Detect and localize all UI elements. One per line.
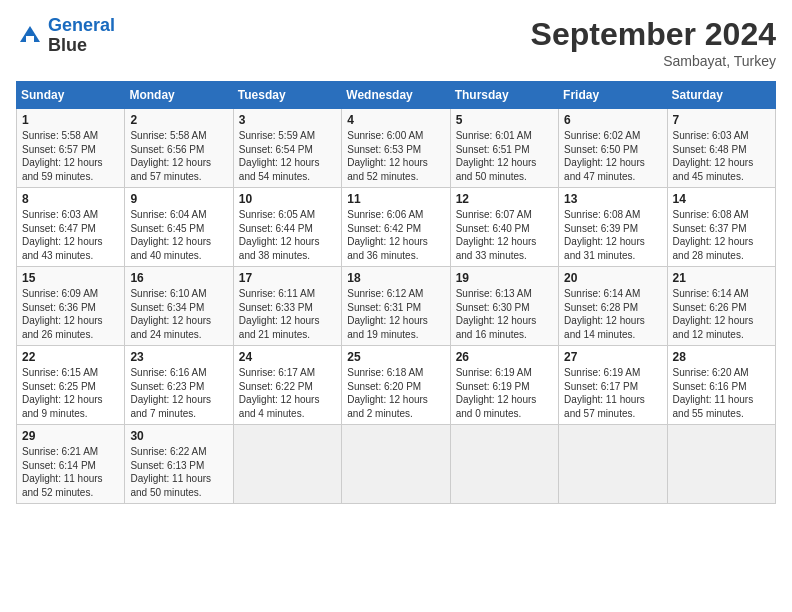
day-number: 5 <box>456 113 553 127</box>
day-cell: 15Sunrise: 6:09 AM Sunset: 6:36 PM Dayli… <box>17 267 125 346</box>
day-cell: 6Sunrise: 6:02 AM Sunset: 6:50 PM Daylig… <box>559 109 667 188</box>
location-subtitle: Sambayat, Turkey <box>531 53 776 69</box>
column-header-saturday: Saturday <box>667 82 775 109</box>
day-number: 6 <box>564 113 661 127</box>
day-info: Sunrise: 6:21 AM Sunset: 6:14 PM Dayligh… <box>22 445 119 499</box>
day-number: 27 <box>564 350 661 364</box>
column-header-monday: Monday <box>125 82 233 109</box>
day-number: 1 <box>22 113 119 127</box>
day-cell: 1Sunrise: 5:58 AM Sunset: 6:57 PM Daylig… <box>17 109 125 188</box>
day-cell: 10Sunrise: 6:05 AM Sunset: 6:44 PM Dayli… <box>233 188 341 267</box>
day-info: Sunrise: 6:22 AM Sunset: 6:13 PM Dayligh… <box>130 445 227 499</box>
day-cell: 21Sunrise: 6:14 AM Sunset: 6:26 PM Dayli… <box>667 267 775 346</box>
column-header-sunday: Sunday <box>17 82 125 109</box>
day-info: Sunrise: 6:15 AM Sunset: 6:25 PM Dayligh… <box>22 366 119 420</box>
day-number: 11 <box>347 192 444 206</box>
day-number: 19 <box>456 271 553 285</box>
day-info: Sunrise: 6:13 AM Sunset: 6:30 PM Dayligh… <box>456 287 553 341</box>
day-number: 29 <box>22 429 119 443</box>
day-info: Sunrise: 6:08 AM Sunset: 6:37 PM Dayligh… <box>673 208 770 262</box>
logo: General Blue <box>16 16 115 56</box>
svg-rect-2 <box>26 36 34 42</box>
column-header-tuesday: Tuesday <box>233 82 341 109</box>
day-cell: 5Sunrise: 6:01 AM Sunset: 6:51 PM Daylig… <box>450 109 558 188</box>
month-year-title: September 2024 <box>531 16 776 53</box>
day-number: 12 <box>456 192 553 206</box>
day-info: Sunrise: 6:11 AM Sunset: 6:33 PM Dayligh… <box>239 287 336 341</box>
day-number: 14 <box>673 192 770 206</box>
day-cell: 19Sunrise: 6:13 AM Sunset: 6:30 PM Dayli… <box>450 267 558 346</box>
day-cell: 18Sunrise: 6:12 AM Sunset: 6:31 PM Dayli… <box>342 267 450 346</box>
page-header: General Blue September 2024 Sambayat, Tu… <box>16 16 776 69</box>
day-number: 8 <box>22 192 119 206</box>
day-number: 10 <box>239 192 336 206</box>
day-cell: 14Sunrise: 6:08 AM Sunset: 6:37 PM Dayli… <box>667 188 775 267</box>
day-info: Sunrise: 6:04 AM Sunset: 6:45 PM Dayligh… <box>130 208 227 262</box>
day-info: Sunrise: 5:59 AM Sunset: 6:54 PM Dayligh… <box>239 129 336 183</box>
day-number: 9 <box>130 192 227 206</box>
day-cell <box>667 425 775 504</box>
day-number: 4 <box>347 113 444 127</box>
day-cell: 11Sunrise: 6:06 AM Sunset: 6:42 PM Dayli… <box>342 188 450 267</box>
calendar-table: SundayMondayTuesdayWednesdayThursdayFrid… <box>16 81 776 504</box>
logo-icon <box>16 22 44 50</box>
day-info: Sunrise: 6:18 AM Sunset: 6:20 PM Dayligh… <box>347 366 444 420</box>
day-number: 30 <box>130 429 227 443</box>
day-number: 23 <box>130 350 227 364</box>
day-info: Sunrise: 6:01 AM Sunset: 6:51 PM Dayligh… <box>456 129 553 183</box>
day-cell: 29Sunrise: 6:21 AM Sunset: 6:14 PM Dayli… <box>17 425 125 504</box>
day-cell <box>450 425 558 504</box>
day-number: 28 <box>673 350 770 364</box>
day-info: Sunrise: 6:16 AM Sunset: 6:23 PM Dayligh… <box>130 366 227 420</box>
day-info: Sunrise: 6:00 AM Sunset: 6:53 PM Dayligh… <box>347 129 444 183</box>
day-cell: 8Sunrise: 6:03 AM Sunset: 6:47 PM Daylig… <box>17 188 125 267</box>
day-info: Sunrise: 6:08 AM Sunset: 6:39 PM Dayligh… <box>564 208 661 262</box>
day-info: Sunrise: 5:58 AM Sunset: 6:57 PM Dayligh… <box>22 129 119 183</box>
day-info: Sunrise: 6:19 AM Sunset: 6:19 PM Dayligh… <box>456 366 553 420</box>
day-number: 7 <box>673 113 770 127</box>
day-info: Sunrise: 6:14 AM Sunset: 6:26 PM Dayligh… <box>673 287 770 341</box>
day-info: Sunrise: 5:58 AM Sunset: 6:56 PM Dayligh… <box>130 129 227 183</box>
day-number: 22 <box>22 350 119 364</box>
column-header-friday: Friday <box>559 82 667 109</box>
day-number: 25 <box>347 350 444 364</box>
day-cell: 17Sunrise: 6:11 AM Sunset: 6:33 PM Dayli… <box>233 267 341 346</box>
logo-text: General Blue <box>48 16 115 56</box>
day-number: 24 <box>239 350 336 364</box>
column-header-thursday: Thursday <box>450 82 558 109</box>
day-info: Sunrise: 6:05 AM Sunset: 6:44 PM Dayligh… <box>239 208 336 262</box>
day-cell: 2Sunrise: 5:58 AM Sunset: 6:56 PM Daylig… <box>125 109 233 188</box>
day-info: Sunrise: 6:09 AM Sunset: 6:36 PM Dayligh… <box>22 287 119 341</box>
day-cell: 12Sunrise: 6:07 AM Sunset: 6:40 PM Dayli… <box>450 188 558 267</box>
day-info: Sunrise: 6:02 AM Sunset: 6:50 PM Dayligh… <box>564 129 661 183</box>
week-row-5: 29Sunrise: 6:21 AM Sunset: 6:14 PM Dayli… <box>17 425 776 504</box>
day-cell: 13Sunrise: 6:08 AM Sunset: 6:39 PM Dayli… <box>559 188 667 267</box>
day-number: 13 <box>564 192 661 206</box>
day-cell: 22Sunrise: 6:15 AM Sunset: 6:25 PM Dayli… <box>17 346 125 425</box>
day-info: Sunrise: 6:03 AM Sunset: 6:48 PM Dayligh… <box>673 129 770 183</box>
day-info: Sunrise: 6:20 AM Sunset: 6:16 PM Dayligh… <box>673 366 770 420</box>
week-row-3: 15Sunrise: 6:09 AM Sunset: 6:36 PM Dayli… <box>17 267 776 346</box>
day-info: Sunrise: 6:06 AM Sunset: 6:42 PM Dayligh… <box>347 208 444 262</box>
day-number: 26 <box>456 350 553 364</box>
day-number: 18 <box>347 271 444 285</box>
week-row-4: 22Sunrise: 6:15 AM Sunset: 6:25 PM Dayli… <box>17 346 776 425</box>
day-cell: 23Sunrise: 6:16 AM Sunset: 6:23 PM Dayli… <box>125 346 233 425</box>
week-row-1: 1Sunrise: 5:58 AM Sunset: 6:57 PM Daylig… <box>17 109 776 188</box>
day-cell: 3Sunrise: 5:59 AM Sunset: 6:54 PM Daylig… <box>233 109 341 188</box>
calendar-header-row: SundayMondayTuesdayWednesdayThursdayFrid… <box>17 82 776 109</box>
column-header-wednesday: Wednesday <box>342 82 450 109</box>
day-cell <box>342 425 450 504</box>
day-info: Sunrise: 6:10 AM Sunset: 6:34 PM Dayligh… <box>130 287 227 341</box>
day-info: Sunrise: 6:14 AM Sunset: 6:28 PM Dayligh… <box>564 287 661 341</box>
day-number: 21 <box>673 271 770 285</box>
day-cell: 20Sunrise: 6:14 AM Sunset: 6:28 PM Dayli… <box>559 267 667 346</box>
day-cell: 16Sunrise: 6:10 AM Sunset: 6:34 PM Dayli… <box>125 267 233 346</box>
day-info: Sunrise: 6:17 AM Sunset: 6:22 PM Dayligh… <box>239 366 336 420</box>
day-info: Sunrise: 6:12 AM Sunset: 6:31 PM Dayligh… <box>347 287 444 341</box>
day-number: 3 <box>239 113 336 127</box>
day-cell: 25Sunrise: 6:18 AM Sunset: 6:20 PM Dayli… <box>342 346 450 425</box>
day-cell: 9Sunrise: 6:04 AM Sunset: 6:45 PM Daylig… <box>125 188 233 267</box>
day-number: 15 <box>22 271 119 285</box>
day-number: 16 <box>130 271 227 285</box>
